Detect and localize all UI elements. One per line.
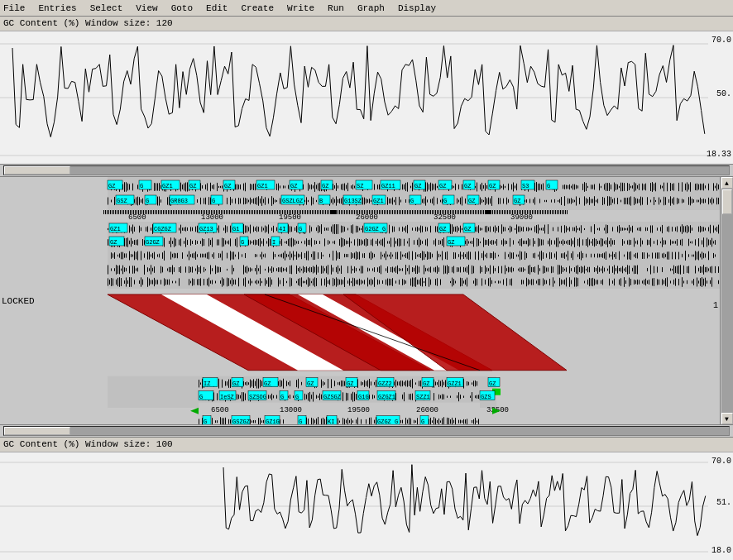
menu-select[interactable]: Select [90, 3, 123, 13]
menu-bar: File Entries Select View Goto Edit Creat… [0, 0, 733, 17]
top-gc-label: GC Content (%) Window size: 120 [0, 17, 733, 31]
locked-label: LOCKED [2, 296, 35, 306]
menu-entries[interactable]: Entries [38, 3, 76, 13]
menu-write[interactable]: Write [287, 3, 314, 13]
top-gc-chart: 70.0 50. 18.33 [0, 31, 733, 164]
bottom-gc-y-mid: 51. [716, 498, 731, 507]
bottom-gc-section: GC Content (%) Window size: 100 70.0 51.… [0, 424, 733, 560]
menu-create[interactable]: Create [241, 3, 274, 13]
bottom-hscrollbar[interactable] [0, 424, 733, 438]
menu-goto[interactable]: Goto [171, 3, 193, 13]
bottom-gc-label: GC Content (%) Window size: 100 [0, 438, 733, 452]
seq-section: ▲ ▼ 1 LOCKED [0, 177, 733, 424]
menu-run[interactable]: Run [328, 3, 344, 13]
bottom-gc-y-max: 70.0 [711, 457, 731, 466]
top-gc-y-min: 18.33 [707, 150, 731, 159]
top-hscrollbar-thumb[interactable] [4, 166, 70, 175]
bottom-hscrollbar-track[interactable] [3, 426, 730, 436]
seq-right-value: 1 [713, 301, 718, 310]
top-gc-section: GC Content (%) Window size: 120 70.0 50.… [0, 17, 733, 177]
vscroll-track[interactable] [721, 189, 733, 413]
bottom-gc-y-min: 18.0 [711, 546, 731, 555]
sequence-canvas [0, 177, 720, 424]
main-content: GC Content (%) Window size: 120 70.0 50.… [0, 17, 733, 560]
top-gc-canvas [0, 31, 733, 164]
right-vscrollbar[interactable]: ▲ ▼ [720, 177, 733, 424]
vscroll-thumb[interactable] [722, 189, 732, 214]
bottom-gc-chart: 70.0 51. 18.0 [0, 452, 733, 560]
top-hscrollbar[interactable] [0, 164, 733, 177]
menu-edit[interactable]: Edit [206, 3, 228, 13]
menu-file[interactable]: File [3, 3, 25, 13]
top-gc-y-mid: 50. [716, 89, 731, 98]
top-hscrollbar-track[interactable] [3, 165, 730, 175]
top-gc-y-max: 70.0 [711, 36, 731, 45]
bottom-gc-canvas [0, 452, 733, 560]
bottom-hscrollbar-thumb[interactable] [4, 427, 70, 435]
menu-view[interactable]: View [136, 3, 157, 13]
menu-graph[interactable]: Graph [357, 3, 385, 13]
vscroll-down-btn[interactable]: ▼ [721, 413, 733, 424]
menu-display[interactable]: Display [398, 3, 436, 13]
vscroll-up-btn[interactable]: ▲ [721, 177, 733, 189]
